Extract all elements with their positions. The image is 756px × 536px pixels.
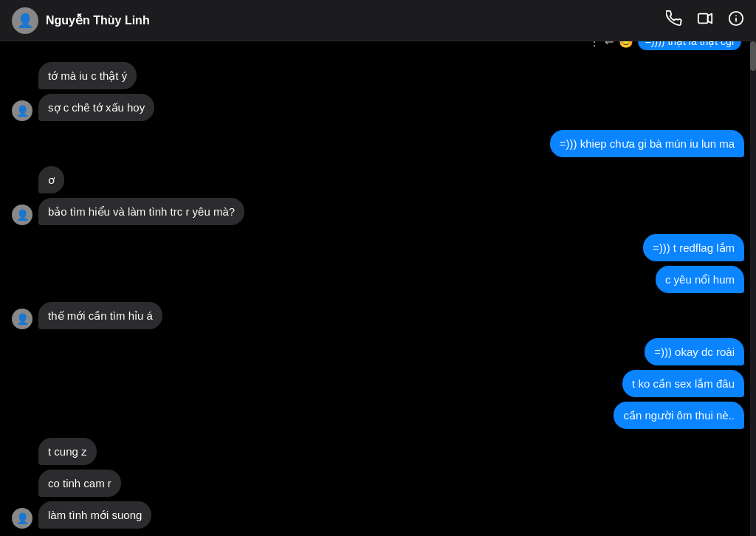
message-bubble: =))) khiep chưa gi bà mún iu lun ma (550, 130, 744, 157)
emoji-react-icon[interactable]: 😊 (619, 41, 633, 49)
message-bubble: t ko cần sex lắm đâu (622, 370, 744, 397)
header-icons (666, 10, 744, 30)
reply-icon[interactable]: ↩ (605, 41, 614, 49)
message-bubble: tớ mà iu c thật ý (38, 62, 137, 89)
message-row: t ko cần sex lắm đâu (12, 370, 744, 397)
message-row: co tinh cam r (12, 470, 744, 497)
avatar: 👤 (12, 309, 32, 329)
phone-icon[interactable] (666, 10, 682, 30)
message-row: =))) t redflag lắm (12, 234, 744, 261)
chat-area: 👤 😏 Bạn đã trả lời Nguyễn Thùy Linh lần … (0, 41, 756, 536)
message-row: cần người ôm thui nè.. (12, 402, 744, 429)
message-row: c yêu nổi hum (12, 266, 744, 293)
message-bubble: co tinh cam r (38, 470, 121, 497)
message-bubble: t cung z (38, 438, 97, 465)
message-bubble: bảo tìm hiểu và làm tình trc r yêu mà? (38, 198, 244, 225)
message-row: t cung z (12, 438, 744, 465)
contact-name: Nguyễn Thùy Linh (46, 13, 666, 27)
message-bubble: sợ c chê tớ xấu hoy (38, 94, 154, 121)
message-bubble: =))) okay dc roài (645, 338, 744, 365)
message-bubble: c yêu nổi hum (656, 266, 744, 293)
avatar: 👤 (12, 100, 32, 121)
reaction-row: ⋮ ↩ 😊 =)))) thật là thật cgi (12, 41, 741, 50)
info-icon[interactable] (728, 10, 744, 30)
message-bubble: =))) t redflag lắm (643, 234, 744, 261)
reaction-bubble: =)))) thật là thật cgi (638, 41, 741, 50)
message-row: 👤 làm tình mới suong (12, 501, 744, 529)
message-row: tớ mà iu c thật ý (12, 62, 744, 89)
video-icon[interactable] (697, 10, 713, 30)
avatar: 👤 (12, 508, 32, 529)
message-bubble: cần người ôm thui nè.. (614, 402, 744, 429)
message-row: ơ (12, 166, 744, 193)
message-bubble: ơ (38, 166, 64, 193)
message-row: 👤 thế mới cần tìm hỉu á (12, 302, 744, 329)
message-bubble: làm tình mới suong (38, 501, 151, 529)
message-row: =))) khiep chưa gi bà mún iu lun ma (12, 130, 744, 157)
contact-avatar: 👤 (12, 7, 38, 34)
message-row: =))) okay dc roài (12, 338, 744, 365)
scrollbar-thumb[interactable] (750, 41, 756, 71)
message-row: 👤 sợ c chê tớ xấu hoy (12, 94, 744, 121)
message-row: 👤 bảo tìm hiểu và làm tình trc r yêu mà? (12, 198, 744, 225)
scrollbar-track[interactable] (750, 41, 756, 536)
avatar: 👤 (12, 205, 32, 225)
chat-header: 👤 Nguyễn Thùy Linh (0, 0, 756, 41)
message-bubble: thế mới cần tìm hỉu á (38, 302, 162, 329)
svg-rect-0 (698, 14, 708, 24)
more-icon[interactable]: ⋮ (588, 41, 600, 49)
svg-marker-1 (708, 14, 712, 24)
